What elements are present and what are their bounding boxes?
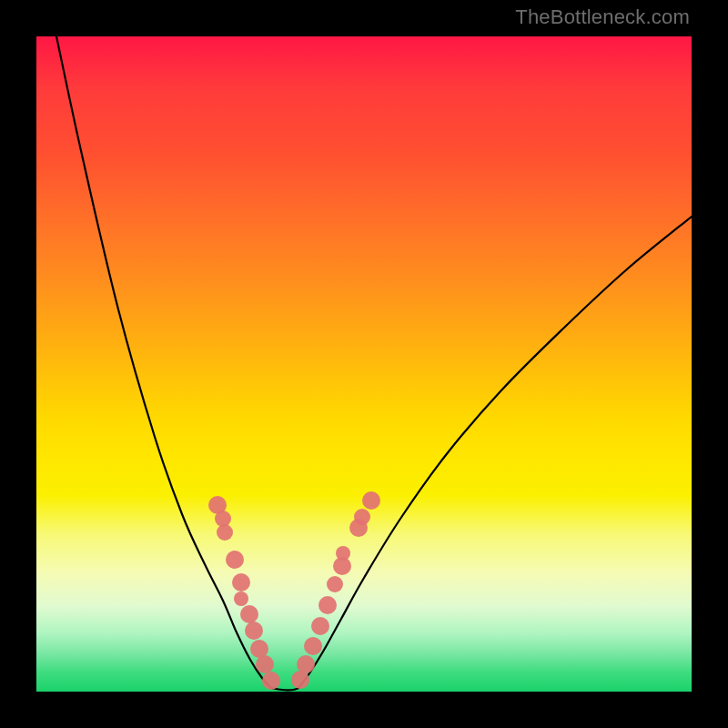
- bead-right-4: [318, 596, 337, 614]
- bead-right-9: [354, 509, 370, 525]
- curve-group: [56, 36, 692, 690]
- bead-left-3: [226, 551, 244, 569]
- plot-area: [36, 36, 692, 692]
- curve-right-branch: [298, 217, 692, 688]
- bead-left-2: [217, 524, 233, 541]
- bead-left-7: [245, 622, 263, 640]
- bead-left-8: [250, 640, 268, 658]
- bead-right-2: [304, 637, 322, 655]
- bead-right-5: [327, 576, 343, 592]
- bead-group: [208, 491, 380, 690]
- bead-right-3: [311, 617, 329, 635]
- chart-container: TheBottleneck.com: [0, 0, 728, 728]
- bead-left-5: [234, 592, 248, 606]
- bead-right-1: [297, 655, 315, 673]
- watermark-text: TheBottleneck.com: [515, 5, 690, 29]
- chart-svg: [36, 36, 692, 692]
- bead-left-9: [256, 655, 274, 673]
- bead-left-10: [262, 672, 280, 690]
- bead-left-6: [240, 605, 258, 623]
- bead-right-10: [362, 491, 380, 510]
- bead-right-7: [336, 546, 350, 561]
- bead-right-0: [291, 671, 309, 689]
- bead-left-4: [232, 573, 250, 592]
